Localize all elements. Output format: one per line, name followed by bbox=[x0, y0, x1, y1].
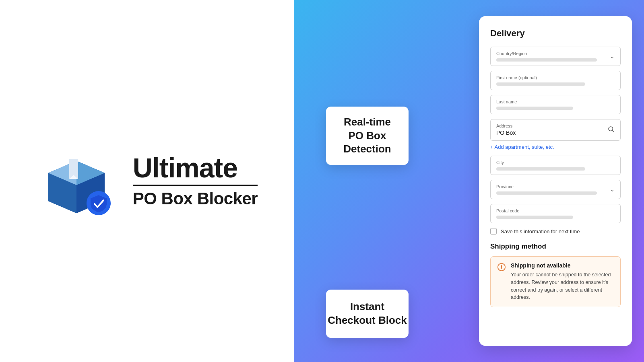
realtime-line2: PO Box bbox=[343, 129, 391, 143]
postal-label: Postal code bbox=[496, 208, 615, 213]
last-name-label: Last name bbox=[496, 99, 615, 104]
chevron-down-icon: ⌄ bbox=[610, 186, 615, 193]
postal-code-field[interactable]: Postal code bbox=[490, 204, 621, 223]
chevron-down-icon: ⌄ bbox=[610, 53, 615, 60]
province-label: Province bbox=[496, 184, 615, 189]
postal-bar bbox=[496, 216, 573, 219]
brand-text: Ultimate PO Box Blocker bbox=[133, 154, 258, 208]
left-panel: Ultimate PO Box Blocker bbox=[0, 0, 294, 362]
country-label: Country/Region bbox=[496, 51, 615, 56]
instant-line2: Checkout Block bbox=[328, 314, 407, 327]
last-name-field[interactable]: Last name bbox=[490, 95, 621, 114]
city-field[interactable]: City bbox=[490, 156, 621, 175]
shipping-unavailable-title: Shipping not available bbox=[511, 262, 614, 269]
address-value: PO Box bbox=[496, 130, 516, 136]
brand-title: Ultimate bbox=[133, 154, 258, 181]
brand-divider bbox=[133, 185, 258, 186]
realtime-line1: Real-time bbox=[343, 115, 391, 129]
address-label: Address bbox=[496, 123, 615, 128]
warning-icon bbox=[497, 263, 506, 272]
right-panel: Real-time PO Box Detection Instant Check… bbox=[294, 0, 644, 362]
svg-line-10 bbox=[612, 130, 613, 132]
svg-point-13 bbox=[501, 268, 502, 269]
shipping-unavailable-text: Your order cannot be shipped to the sele… bbox=[511, 271, 614, 301]
delivery-title: Delivery bbox=[490, 28, 621, 39]
brand-subtitle: PO Box Blocker bbox=[133, 189, 258, 208]
brand-container: Ultimate PO Box Blocker bbox=[36, 141, 258, 221]
first-name-bar bbox=[496, 82, 585, 86]
city-bar bbox=[496, 167, 585, 171]
realtime-line3: Detection bbox=[343, 142, 391, 156]
province-bar bbox=[496, 191, 597, 195]
add-apartment-link[interactable]: + Add apartment, suite, etc. bbox=[490, 144, 621, 150]
instant-line1: Instant bbox=[328, 300, 407, 314]
address-field[interactable]: Address PO Box bbox=[490, 119, 621, 141]
country-bar bbox=[496, 58, 597, 62]
realtime-detection-card: Real-time PO Box Detection bbox=[326, 107, 409, 165]
shipping-method-title: Shipping method bbox=[490, 243, 621, 251]
logo-area bbox=[36, 141, 117, 221]
first-name-field[interactable]: First name (optional) bbox=[490, 71, 621, 90]
save-info-row[interactable]: Save this information for next time bbox=[490, 228, 621, 234]
province-field[interactable]: Province ⌄ bbox=[490, 180, 621, 199]
save-label: Save this information for next time bbox=[501, 228, 580, 234]
svg-point-9 bbox=[609, 127, 613, 131]
instant-checkout-card: Instant Checkout Block bbox=[326, 290, 409, 338]
delivery-form-panel: Delivery Country/Region ⌄ First name (op… bbox=[479, 16, 632, 346]
last-name-bar bbox=[496, 107, 573, 110]
search-icon bbox=[607, 125, 615, 134]
country-field[interactable]: Country/Region ⌄ bbox=[490, 47, 621, 66]
save-checkbox[interactable] bbox=[490, 228, 497, 234]
shipping-unavailable-box: Shipping not available Your order cannot… bbox=[490, 256, 621, 307]
shipping-unavailable-content: Shipping not available Your order cannot… bbox=[511, 262, 614, 301]
first-name-label: First name (optional) bbox=[496, 75, 615, 80]
city-label: City bbox=[496, 160, 615, 165]
